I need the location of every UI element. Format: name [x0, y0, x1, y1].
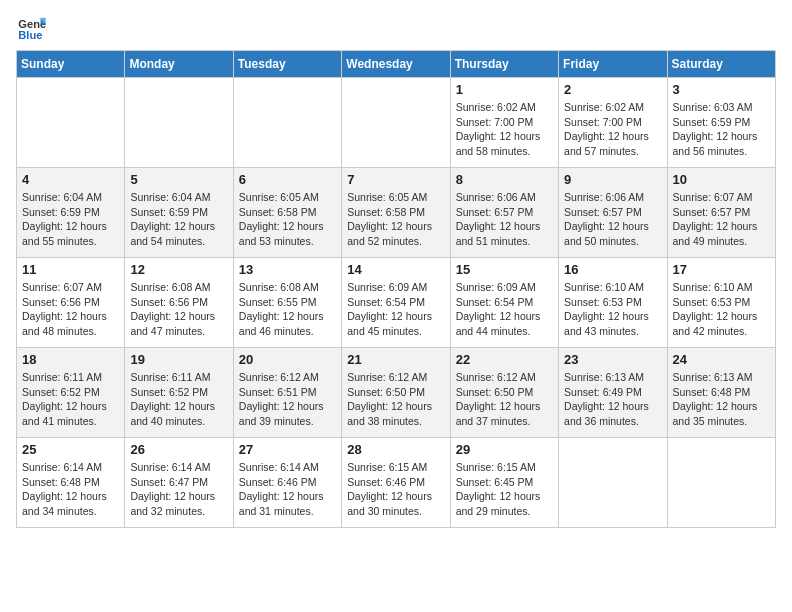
calendar-cell: 8Sunrise: 6:06 AM Sunset: 6:57 PM Daylig… — [450, 168, 558, 258]
calendar-cell: 18Sunrise: 6:11 AM Sunset: 6:52 PM Dayli… — [17, 348, 125, 438]
day-info: Sunrise: 6:15 AM Sunset: 6:45 PM Dayligh… — [456, 460, 553, 519]
day-number: 16 — [564, 262, 661, 277]
day-number: 14 — [347, 262, 444, 277]
day-number: 24 — [673, 352, 770, 367]
calendar-cell: 12Sunrise: 6:08 AM Sunset: 6:56 PM Dayli… — [125, 258, 233, 348]
calendar-cell: 7Sunrise: 6:05 AM Sunset: 6:58 PM Daylig… — [342, 168, 450, 258]
day-number: 26 — [130, 442, 227, 457]
day-of-week-header: Saturday — [667, 51, 775, 78]
day-number: 12 — [130, 262, 227, 277]
day-info: Sunrise: 6:08 AM Sunset: 6:56 PM Dayligh… — [130, 280, 227, 339]
calendar-cell: 3Sunrise: 6:03 AM Sunset: 6:59 PM Daylig… — [667, 78, 775, 168]
day-number: 23 — [564, 352, 661, 367]
calendar-cell — [342, 78, 450, 168]
day-number: 25 — [22, 442, 119, 457]
calendar-cell: 27Sunrise: 6:14 AM Sunset: 6:46 PM Dayli… — [233, 438, 341, 528]
day-number: 2 — [564, 82, 661, 97]
day-number: 22 — [456, 352, 553, 367]
day-info: Sunrise: 6:05 AM Sunset: 6:58 PM Dayligh… — [239, 190, 336, 249]
day-info: Sunrise: 6:02 AM Sunset: 7:00 PM Dayligh… — [564, 100, 661, 159]
day-info: Sunrise: 6:08 AM Sunset: 6:55 PM Dayligh… — [239, 280, 336, 339]
calendar-header-row: SundayMondayTuesdayWednesdayThursdayFrid… — [17, 51, 776, 78]
svg-text:Blue: Blue — [18, 29, 42, 40]
day-of-week-header: Tuesday — [233, 51, 341, 78]
day-number: 29 — [456, 442, 553, 457]
calendar-week-row: 4Sunrise: 6:04 AM Sunset: 6:59 PM Daylig… — [17, 168, 776, 258]
day-number: 17 — [673, 262, 770, 277]
day-info: Sunrise: 6:14 AM Sunset: 6:47 PM Dayligh… — [130, 460, 227, 519]
day-info: Sunrise: 6:02 AM Sunset: 7:00 PM Dayligh… — [456, 100, 553, 159]
day-number: 13 — [239, 262, 336, 277]
calendar-cell — [125, 78, 233, 168]
day-info: Sunrise: 6:04 AM Sunset: 6:59 PM Dayligh… — [22, 190, 119, 249]
calendar-cell: 9Sunrise: 6:06 AM Sunset: 6:57 PM Daylig… — [559, 168, 667, 258]
day-number: 18 — [22, 352, 119, 367]
calendar-week-row: 18Sunrise: 6:11 AM Sunset: 6:52 PM Dayli… — [17, 348, 776, 438]
day-info: Sunrise: 6:04 AM Sunset: 6:59 PM Dayligh… — [130, 190, 227, 249]
day-number: 7 — [347, 172, 444, 187]
calendar-cell: 14Sunrise: 6:09 AM Sunset: 6:54 PM Dayli… — [342, 258, 450, 348]
calendar-week-row: 25Sunrise: 6:14 AM Sunset: 6:48 PM Dayli… — [17, 438, 776, 528]
day-info: Sunrise: 6:12 AM Sunset: 6:50 PM Dayligh… — [347, 370, 444, 429]
day-info: Sunrise: 6:06 AM Sunset: 6:57 PM Dayligh… — [564, 190, 661, 249]
page-header: General Blue — [16, 16, 776, 40]
day-number: 28 — [347, 442, 444, 457]
calendar-cell: 16Sunrise: 6:10 AM Sunset: 6:53 PM Dayli… — [559, 258, 667, 348]
day-of-week-header: Sunday — [17, 51, 125, 78]
day-info: Sunrise: 6:09 AM Sunset: 6:54 PM Dayligh… — [347, 280, 444, 339]
day-info: Sunrise: 6:09 AM Sunset: 6:54 PM Dayligh… — [456, 280, 553, 339]
day-of-week-header: Wednesday — [342, 51, 450, 78]
calendar-cell: 23Sunrise: 6:13 AM Sunset: 6:49 PM Dayli… — [559, 348, 667, 438]
calendar-week-row: 11Sunrise: 6:07 AM Sunset: 6:56 PM Dayli… — [17, 258, 776, 348]
calendar-cell: 21Sunrise: 6:12 AM Sunset: 6:50 PM Dayli… — [342, 348, 450, 438]
day-info: Sunrise: 6:10 AM Sunset: 6:53 PM Dayligh… — [673, 280, 770, 339]
calendar-cell: 29Sunrise: 6:15 AM Sunset: 6:45 PM Dayli… — [450, 438, 558, 528]
calendar-cell: 2Sunrise: 6:02 AM Sunset: 7:00 PM Daylig… — [559, 78, 667, 168]
day-number: 27 — [239, 442, 336, 457]
day-info: Sunrise: 6:07 AM Sunset: 6:56 PM Dayligh… — [22, 280, 119, 339]
day-info: Sunrise: 6:06 AM Sunset: 6:57 PM Dayligh… — [456, 190, 553, 249]
day-info: Sunrise: 6:11 AM Sunset: 6:52 PM Dayligh… — [130, 370, 227, 429]
calendar-cell: 28Sunrise: 6:15 AM Sunset: 6:46 PM Dayli… — [342, 438, 450, 528]
calendar-cell: 4Sunrise: 6:04 AM Sunset: 6:59 PM Daylig… — [17, 168, 125, 258]
day-info: Sunrise: 6:03 AM Sunset: 6:59 PM Dayligh… — [673, 100, 770, 159]
day-number: 19 — [130, 352, 227, 367]
calendar-cell — [667, 438, 775, 528]
calendar-cell: 11Sunrise: 6:07 AM Sunset: 6:56 PM Dayli… — [17, 258, 125, 348]
day-number: 20 — [239, 352, 336, 367]
calendar-cell: 24Sunrise: 6:13 AM Sunset: 6:48 PM Dayli… — [667, 348, 775, 438]
calendar-cell — [233, 78, 341, 168]
day-info: Sunrise: 6:15 AM Sunset: 6:46 PM Dayligh… — [347, 460, 444, 519]
day-info: Sunrise: 6:13 AM Sunset: 6:48 PM Dayligh… — [673, 370, 770, 429]
day-number: 1 — [456, 82, 553, 97]
calendar-cell — [17, 78, 125, 168]
calendar-cell: 13Sunrise: 6:08 AM Sunset: 6:55 PM Dayli… — [233, 258, 341, 348]
day-info: Sunrise: 6:13 AM Sunset: 6:49 PM Dayligh… — [564, 370, 661, 429]
day-of-week-header: Friday — [559, 51, 667, 78]
day-info: Sunrise: 6:10 AM Sunset: 6:53 PM Dayligh… — [564, 280, 661, 339]
calendar-cell — [559, 438, 667, 528]
day-number: 6 — [239, 172, 336, 187]
day-info: Sunrise: 6:12 AM Sunset: 6:50 PM Dayligh… — [456, 370, 553, 429]
calendar-cell: 15Sunrise: 6:09 AM Sunset: 6:54 PM Dayli… — [450, 258, 558, 348]
day-number: 3 — [673, 82, 770, 97]
calendar-week-row: 1Sunrise: 6:02 AM Sunset: 7:00 PM Daylig… — [17, 78, 776, 168]
generalblue-logo-icon: General Blue — [18, 16, 46, 40]
calendar-cell: 20Sunrise: 6:12 AM Sunset: 6:51 PM Dayli… — [233, 348, 341, 438]
day-number: 11 — [22, 262, 119, 277]
calendar-table: SundayMondayTuesdayWednesdayThursdayFrid… — [16, 50, 776, 528]
day-number: 21 — [347, 352, 444, 367]
day-of-week-header: Monday — [125, 51, 233, 78]
day-of-week-header: Thursday — [450, 51, 558, 78]
day-number: 15 — [456, 262, 553, 277]
calendar-cell: 19Sunrise: 6:11 AM Sunset: 6:52 PM Dayli… — [125, 348, 233, 438]
day-number: 10 — [673, 172, 770, 187]
day-info: Sunrise: 6:11 AM Sunset: 6:52 PM Dayligh… — [22, 370, 119, 429]
calendar-cell: 26Sunrise: 6:14 AM Sunset: 6:47 PM Dayli… — [125, 438, 233, 528]
day-info: Sunrise: 6:05 AM Sunset: 6:58 PM Dayligh… — [347, 190, 444, 249]
calendar-cell: 6Sunrise: 6:05 AM Sunset: 6:58 PM Daylig… — [233, 168, 341, 258]
day-number: 5 — [130, 172, 227, 187]
day-number: 9 — [564, 172, 661, 187]
day-info: Sunrise: 6:07 AM Sunset: 6:57 PM Dayligh… — [673, 190, 770, 249]
calendar-cell: 17Sunrise: 6:10 AM Sunset: 6:53 PM Dayli… — [667, 258, 775, 348]
